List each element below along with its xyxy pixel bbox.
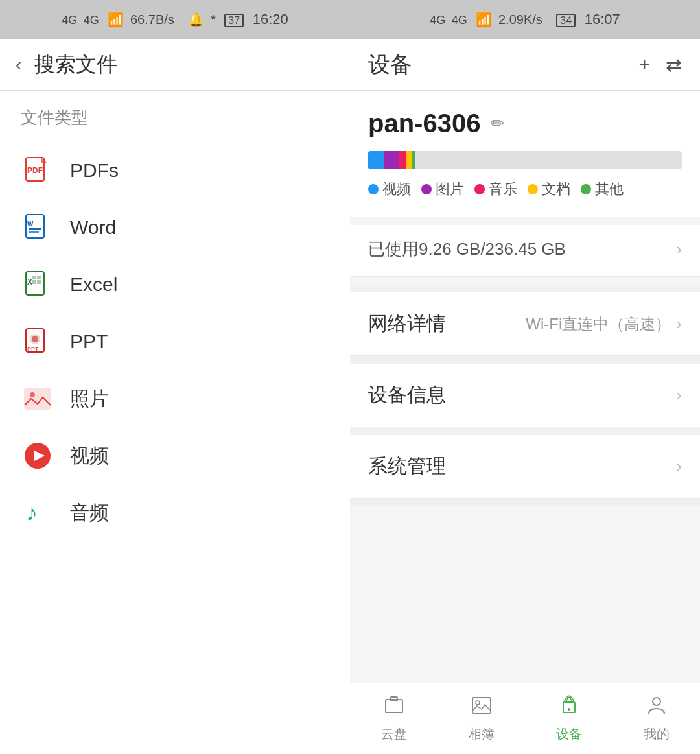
svg-rect-16 (25, 388, 51, 409)
file-type-pdf[interactable]: PDF PDFs (0, 142, 350, 199)
cloud-nav-icon (383, 694, 405, 722)
nav-cloud[interactable]: 云盘 (350, 694, 438, 743)
network-chevron-icon: › (676, 314, 682, 334)
excel-label: Excel (70, 274, 117, 296)
device-name-row: pan-6306 ✏ (368, 109, 682, 138)
storage-doc (406, 151, 412, 169)
legend-doc-label: 文档 (542, 180, 570, 199)
page-title-right: 设备 (368, 50, 412, 80)
file-type-photo[interactable]: 照片 (0, 370, 350, 427)
status-bar-left: 4G 4G 📶 66.7B/s 🔔 * 37 16:20 (0, 0, 350, 39)
status-bar-right: 4G 4G 📶 2.09K/s 34 16:07 (350, 0, 700, 39)
device-name: pan-6306 (368, 109, 480, 138)
svg-text:PPT: PPT (27, 346, 39, 352)
storage-used-text: 已使用9.26 GB/236.45 GB (368, 238, 566, 261)
device-info-card: pan-6306 ✏ 视频 图片 (350, 91, 700, 217)
device-nav-label: 设备 (556, 725, 582, 743)
nav-mine[interactable]: 我的 (612, 694, 700, 743)
svg-point-27 (653, 698, 660, 705)
file-type-audio[interactable]: ♪ 音频 (0, 484, 350, 541)
audio-label: 音频 (70, 500, 109, 526)
network-title: 网络详情 (368, 311, 446, 337)
svg-rect-25 (563, 702, 575, 713)
audio-icon: ♪ (21, 496, 54, 530)
legend-music-dot (474, 184, 485, 194)
nav-album[interactable]: 相簿 (438, 694, 525, 743)
right-content: pan-6306 ✏ 视频 图片 (350, 91, 700, 683)
svg-point-26 (568, 708, 570, 711)
word-icon: W (21, 211, 54, 244)
network-subtitle: Wi-Fi直连中（高速） (526, 314, 671, 335)
network-menu-item[interactable]: 网络详情 Wi-Fi直连中（高速） › (350, 292, 700, 356)
legend-music-label: 音乐 (489, 180, 517, 199)
pdf-label: PDFs (70, 159, 119, 182)
status-text-left: 4G 4G 📶 66.7B/s 🔔 * 37 16:20 (62, 11, 288, 28)
svg-rect-8 (32, 276, 36, 279)
word-label: Word (70, 217, 116, 239)
system-title: 系统管理 (368, 453, 446, 480)
file-type-word[interactable]: W Word (0, 199, 350, 256)
legend-music: 音乐 (474, 180, 517, 199)
photo-label: 照片 (70, 386, 109, 412)
photo-icon (21, 382, 54, 416)
add-button[interactable]: + (638, 54, 650, 76)
svg-point-24 (476, 701, 480, 705)
network-right: Wi-Fi直连中（高速） › (526, 314, 682, 335)
device-info-menu-item[interactable]: 设备信息 › (350, 364, 700, 427)
header-actions: + ⇄ (638, 53, 682, 76)
divider-1 (350, 285, 700, 292)
file-type-ppt[interactable]: PPT PPT (0, 313, 350, 370)
video-icon (21, 439, 54, 473)
album-nav-icon (471, 694, 493, 722)
svg-text:W: W (27, 220, 34, 228)
mine-nav-icon (646, 694, 668, 722)
device-info-item-left: 设备信息 (368, 382, 446, 408)
device-info-title: 设备信息 (368, 382, 446, 408)
system-chevron-icon: › (676, 456, 682, 477)
svg-text:PDF: PDF (27, 166, 43, 175)
file-type-video[interactable]: 视频 (0, 427, 350, 484)
storage-photo (384, 151, 399, 169)
section-label: 文件类型 (0, 106, 350, 142)
svg-point-17 (30, 392, 35, 397)
cloud-nav-label: 云盘 (381, 725, 407, 743)
device-info-chevron-icon: › (676, 385, 682, 405)
switch-button[interactable]: ⇄ (666, 53, 682, 76)
nav-device[interactable]: 设备 (525, 694, 612, 743)
svg-text:♪: ♪ (26, 499, 38, 526)
left-panel: 4G 4G 📶 66.7B/s 🔔 * 37 16:20 ‹ 搜索文件 文件类型… (0, 0, 350, 754)
legend-other-dot (581, 184, 591, 194)
device-nav-icon (558, 694, 580, 722)
ppt-label: PPT (70, 331, 108, 353)
svg-rect-11 (37, 280, 41, 284)
legend-photo: 图片 (421, 180, 464, 199)
svg-rect-23 (472, 698, 491, 713)
back-button[interactable]: ‹ (16, 54, 21, 75)
svg-rect-9 (37, 276, 41, 279)
storage-music (399, 151, 406, 169)
network-item-left: 网络详情 (368, 311, 446, 337)
storage-used-row[interactable]: 已使用9.26 GB/236.45 GB › (350, 225, 700, 277)
file-type-section: 文件类型 PDF PDFs W Word (0, 91, 350, 754)
system-menu-item[interactable]: 系统管理 › (350, 435, 700, 499)
legend-video-dot (368, 184, 379, 194)
svg-point-14 (32, 336, 38, 342)
divider-3 (350, 427, 700, 435)
storage-other (412, 151, 415, 169)
header-right: 设备 + ⇄ (350, 39, 700, 91)
page-title-left: 搜索文件 (34, 51, 117, 79)
pdf-icon: PDF (21, 154, 54, 187)
divider-2 (350, 356, 700, 364)
right-panel: 4G 4G 📶 2.09K/s 34 16:07 设备 + ⇄ pan-6306… (350, 0, 700, 754)
storage-chevron-icon: › (676, 239, 682, 259)
svg-text:X: X (27, 277, 32, 287)
edit-device-name-button[interactable]: ✏ (491, 113, 505, 134)
excel-icon: X (21, 268, 54, 301)
bottom-nav: 云盘 相簿 (350, 683, 700, 754)
legend-doc-dot (528, 184, 538, 194)
legend-video: 视频 (368, 180, 411, 199)
file-type-excel[interactable]: X Excel (0, 256, 350, 313)
legend-video-label: 视频 (382, 180, 411, 199)
storage-video (368, 151, 384, 169)
divider-4 (350, 499, 700, 506)
